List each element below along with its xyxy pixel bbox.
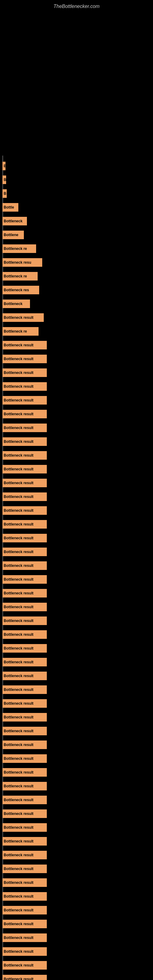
bar-container: Bottleneck result [2,878,47,887]
bar-container: Bottleneck result [2,355,47,363]
bar-container: Bottleneck result [2,727,47,735]
result-bar[interactable]: Bottleneck result [2,465,47,474]
result-bar[interactable]: Bottleneck result [2,795,47,804]
bar-container: Bottleneck result [2,451,47,460]
result-bar[interactable]: Bottleneck result [2,851,47,859]
result-bar[interactable]: Bottleneck result [2,906,47,915]
result-bar[interactable]: Bottleneck result [2,947,47,956]
result-bar[interactable]: Bottleneck result [2,810,47,818]
result-bar[interactable]: Bottleneck result [2,837,47,846]
result-bar[interactable]: Bottleneck result [2,671,47,680]
bar-container: Bottlene [2,231,24,239]
result-bar[interactable]: Bottleneck result [2,382,47,391]
bar-container: Bottleneck result [2,368,47,377]
result-bar[interactable]: Bottleneck result [2,589,47,598]
bar-container: Bottleneck result [2,947,47,956]
result-bar[interactable]: Bottleneck result [2,658,47,667]
bar-container: Bottleneck result [2,341,47,350]
result-bar[interactable]: Bottleneck result [2,768,47,776]
bar-container: Bottleneck result [2,603,47,611]
bar-container: Bottleneck result [2,313,44,322]
result-bar[interactable]: B [2,162,5,170]
result-bar[interactable]: Bottleneck result [2,423,47,432]
result-bar[interactable]: Bottleneck result [2,713,47,722]
result-bar[interactable]: Bottleneck result [2,740,47,749]
bar-container: Bottleneck result [2,906,47,915]
result-bar[interactable]: Bottleneck result [2,782,47,791]
result-bar[interactable]: Bottleneck result [2,644,47,652]
result-bar[interactable]: Bottleneck result [2,892,47,901]
bar-container: Bottleneck result [2,975,47,980]
result-bar[interactable]: Bottleneck result [2,479,47,487]
bar-container: Bottleneck result [2,699,47,708]
result-bar[interactable]: Bottleneck result [2,534,47,542]
bar-container: Bottleneck result [2,892,47,901]
result-bar[interactable]: Bottleneck result [2,547,47,556]
bar-container: Bottleneck result [2,810,47,818]
bar-container: Bottleneck result [2,616,47,625]
bar-container: Bottleneck result [2,506,47,515]
bar-container: Bottleneck result [2,837,47,846]
result-bar[interactable]: Bottleneck [2,217,27,225]
result-bar[interactable]: Bottle [2,203,18,212]
bar-container: Bottleneck [2,299,30,308]
result-bar[interactable]: Bottleneck re [2,327,38,336]
result-bar[interactable]: Bottleneck result [2,603,47,611]
result-bar[interactable]: Bottleneck result [2,520,47,528]
result-bar[interactable]: B [2,189,7,198]
bar-container: Bottleneck result [2,630,47,639]
bar-container: Bottleneck result [2,795,47,804]
site-title: TheBottlenecker.com [0,0,153,12]
result-bar[interactable]: Bottleneck result [2,961,47,970]
bar-container: B [2,175,6,184]
result-bar[interactable]: Bottleneck result [2,410,47,418]
bar-container: Bottleneck result [2,575,47,584]
result-bar[interactable]: Bottleneck result [2,368,47,377]
bar-container: Bottleneck result [2,823,47,832]
result-bar[interactable]: Bottleneck result [2,823,47,832]
bar-container: Bottleneck resu [2,258,42,267]
result-bar[interactable]: Bottleneck result [2,920,47,928]
bar-container: Bottleneck result [2,961,47,970]
bar-container: B [2,189,7,198]
result-bar[interactable]: Bottleneck result [2,754,47,763]
bar-container: Bottleneck result [2,865,47,873]
bar-container: Bottleneck result [2,562,47,570]
bar-container: Bottleneck result [2,438,47,446]
bar-container: Bottleneck result [2,740,47,749]
result-bar[interactable]: Bottleneck result [2,438,47,446]
result-bar[interactable]: B [2,175,6,184]
result-bar[interactable]: Bottleneck result [2,975,47,980]
result-bar[interactable]: Bottlene [2,231,24,239]
result-bar[interactable]: Bottleneck result [2,562,47,570]
bar-container: Bottleneck result [2,713,47,722]
result-bar[interactable]: Bottleneck result [2,616,47,625]
result-bar[interactable]: Bottleneck result [2,355,47,363]
result-bar[interactable]: Bottleneck result [2,506,47,515]
bar-container: Bottleneck result [2,671,47,680]
result-bar[interactable]: Bottleneck result [2,878,47,887]
result-bar[interactable]: Bottleneck re [2,272,38,280]
result-bar[interactable]: Bottleneck res [2,286,39,294]
result-bar[interactable]: Bottleneck result [2,686,47,694]
result-bar[interactable]: Bottleneck result [2,630,47,639]
result-bar[interactable]: Bottleneck result [2,727,47,735]
result-bar[interactable]: Bottleneck re [2,244,36,253]
result-bar[interactable]: Bottleneck result [2,865,47,873]
bar-container: Bottleneck result [2,479,47,487]
result-bar[interactable]: Bottleneck result [2,313,44,322]
bar-container: Bottleneck result [2,382,47,391]
result-bar[interactable]: Bottleneck result [2,934,47,942]
result-bar[interactable]: Bottleneck result [2,396,47,404]
bar-container: Bottleneck result [2,920,47,928]
result-bar[interactable]: Bottleneck result [2,492,47,501]
result-bar[interactable]: Bottleneck result [2,575,47,584]
bar-container: Bottleneck result [2,423,47,432]
result-bar[interactable]: Bottleneck result [2,341,47,350]
result-bar[interactable]: Bottleneck result [2,699,47,708]
result-bar[interactable]: Bottleneck result [2,451,47,460]
bar-container: Bottleneck re [2,244,36,253]
result-bar[interactable]: Bottleneck [2,299,30,308]
bar-container: Bottleneck result [2,686,47,694]
result-bar[interactable]: Bottleneck resu [2,258,42,267]
